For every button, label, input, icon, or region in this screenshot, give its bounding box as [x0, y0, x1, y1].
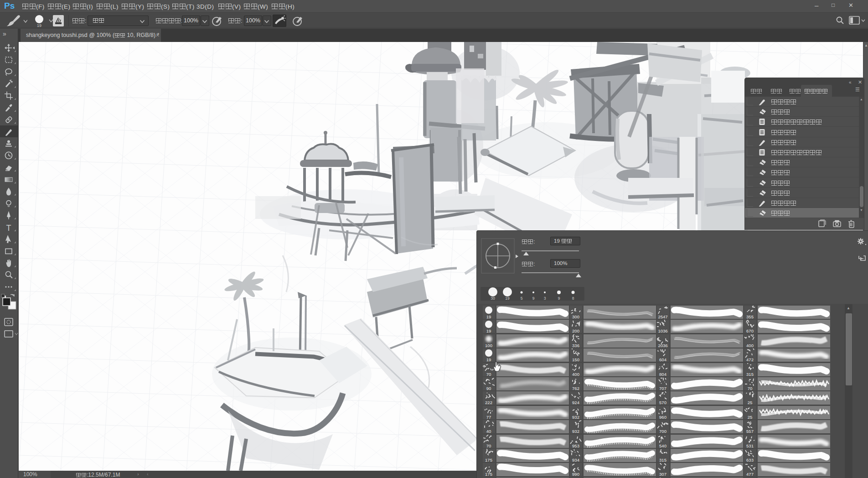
svg-text:336: 336	[572, 343, 579, 348]
svg-text:932: 932	[572, 415, 579, 420]
svg-text:25: 25	[748, 415, 753, 420]
svg-text:307: 307	[659, 472, 666, 477]
svg-text:77: 77	[486, 415, 491, 420]
svg-text:9: 9	[558, 296, 560, 301]
svg-text:100: 100	[485, 343, 492, 348]
svg-text:19: 19	[486, 314, 491, 319]
svg-text:40: 40	[486, 429, 491, 434]
svg-text:804: 804	[659, 372, 666, 377]
svg-text:477: 477	[746, 472, 754, 477]
svg-text:762: 762	[572, 386, 579, 391]
svg-text:70: 70	[748, 386, 753, 391]
svg-text:472: 472	[746, 357, 754, 362]
svg-text:19: 19	[486, 328, 491, 333]
svg-text:953: 953	[572, 443, 579, 448]
svg-text:175: 175	[485, 457, 492, 462]
svg-text:924: 924	[572, 400, 579, 405]
svg-text:200: 200	[572, 328, 579, 333]
svg-text:19: 19	[486, 357, 491, 362]
svg-text:540: 540	[659, 443, 666, 448]
svg-text:8: 8	[572, 296, 574, 301]
svg-text:70: 70	[486, 443, 491, 448]
svg-text:19: 19	[505, 296, 510, 301]
svg-text:604: 604	[659, 357, 666, 362]
svg-text:25: 25	[748, 400, 753, 405]
svg-text:175: 175	[485, 472, 492, 477]
svg-text:3: 3	[544, 296, 546, 301]
svg-text:400: 400	[572, 372, 579, 377]
svg-text:2036: 2036	[658, 343, 667, 348]
svg-text:557: 557	[746, 429, 754, 434]
svg-text:90: 90	[486, 386, 491, 391]
svg-text:T: T	[6, 223, 11, 233]
svg-text:1036: 1036	[658, 328, 667, 333]
svg-text:5: 5	[521, 296, 523, 301]
svg-text:222: 222	[485, 400, 492, 405]
svg-text:990: 990	[572, 472, 579, 477]
svg-text:960: 960	[659, 415, 666, 420]
svg-text:934: 934	[572, 457, 579, 462]
svg-text:9: 9	[532, 296, 535, 301]
svg-text:570: 570	[659, 400, 666, 405]
svg-text:2547: 2547	[658, 314, 667, 319]
svg-text:355: 355	[746, 314, 754, 319]
svg-text:932: 932	[572, 429, 579, 434]
svg-text:670: 670	[746, 328, 754, 333]
svg-text:315: 315	[659, 457, 666, 462]
svg-text:19: 19	[37, 23, 41, 27]
svg-text:70: 70	[486, 372, 491, 377]
svg-text:315: 315	[746, 372, 754, 377]
svg-text:633: 633	[746, 457, 754, 462]
svg-text:300: 300	[572, 314, 579, 319]
svg-text:30: 30	[491, 296, 495, 301]
svg-text:531: 531	[746, 443, 754, 448]
svg-text:400: 400	[746, 343, 754, 348]
svg-text:150: 150	[572, 357, 579, 362]
svg-text:700: 700	[659, 429, 666, 434]
svg-text:707: 707	[659, 386, 666, 391]
